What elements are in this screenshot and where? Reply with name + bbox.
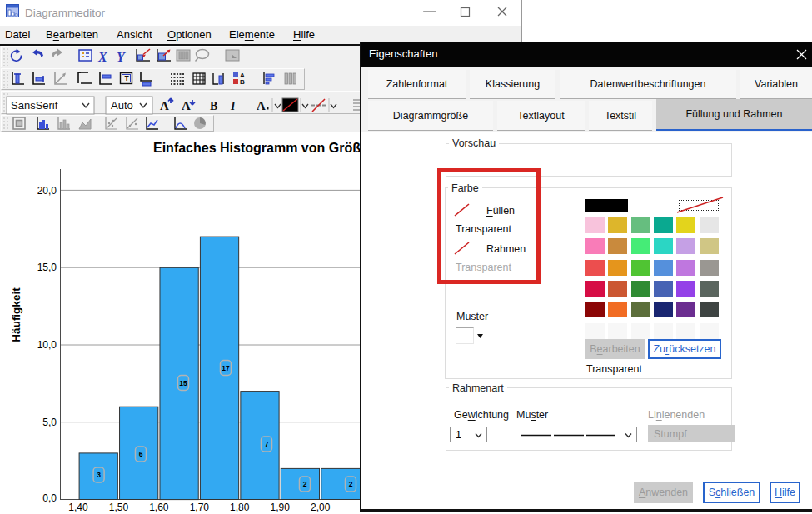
svg-text:6: 6: [139, 450, 143, 458]
svg-text:1,60: 1,60: [149, 502, 169, 513]
svg-text:1,90: 1,90: [271, 502, 291, 513]
svg-text:1,80: 1,80: [230, 502, 250, 513]
svg-text:15: 15: [179, 379, 187, 387]
svg-text:1,50: 1,50: [109, 502, 129, 513]
svg-text:Häufigkeit: Häufigkeit: [10, 287, 22, 342]
svg-text:I: I: [230, 100, 236, 112]
svg-text:0,0: 0,0: [42, 492, 57, 504]
svg-text:X: X: [97, 50, 107, 64]
svg-text:Y: Y: [117, 50, 126, 64]
svg-text:10,0: 10,0: [37, 339, 57, 351]
svg-text:17: 17: [222, 364, 230, 372]
svg-text:2,00: 2,00: [311, 502, 331, 513]
svg-text:7: 7: [265, 440, 269, 448]
svg-text:A: A: [257, 99, 266, 112]
svg-text:Auto: Auto: [111, 99, 133, 112]
svg-text:T: T: [125, 74, 130, 82]
svg-text:1,40: 1,40: [68, 502, 88, 513]
svg-text:SansSerif: SansSerif: [11, 99, 58, 112]
svg-text:A: A: [182, 99, 191, 112]
svg-text:2: 2: [349, 480, 353, 488]
svg-text:15,0: 15,0: [37, 262, 57, 273]
svg-text:2: 2: [303, 480, 307, 488]
svg-text:B: B: [210, 100, 217, 112]
svg-text:A: A: [160, 99, 169, 112]
svg-text:3: 3: [97, 471, 101, 479]
svg-text:5,0: 5,0: [42, 417, 57, 428]
svg-text:Einfaches Histogramm von Größe: Einfaches Histogramm von Größe: [153, 141, 368, 155]
svg-text:B: B: [240, 78, 245, 86]
svg-text:1,70: 1,70: [190, 502, 210, 513]
svg-text:20,0: 20,0: [37, 185, 57, 197]
